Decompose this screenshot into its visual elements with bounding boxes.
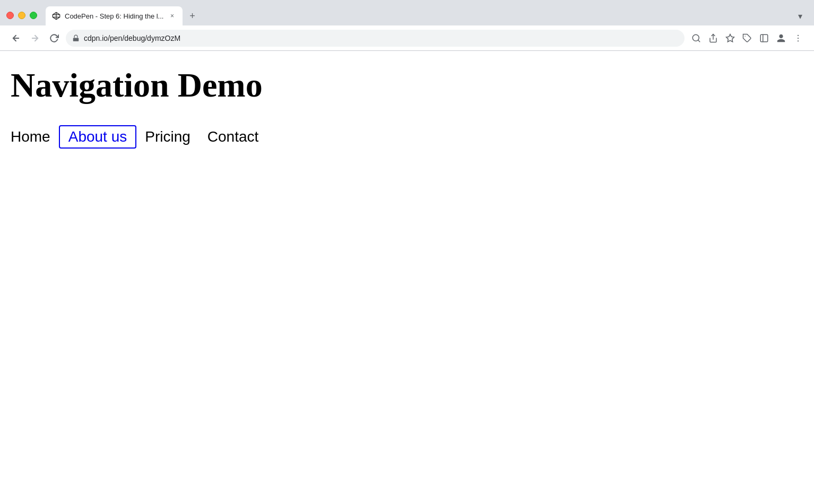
nav-list: Home About us Pricing Contact xyxy=(11,125,803,149)
share-button[interactable] xyxy=(706,31,721,46)
page-title: Navigation Demo xyxy=(11,67,803,104)
url-text: cdpn.io/pen/debug/dymzOzM xyxy=(84,34,678,42)
nav-item-contact[interactable]: Contact xyxy=(199,126,267,147)
sidebar-button[interactable] xyxy=(757,31,772,46)
browser-chrome: CodePen - Step 6: Hiding the l... × + ▾ xyxy=(0,0,814,51)
active-tab[interactable]: CodePen - Step 6: Hiding the l... × xyxy=(46,6,183,25)
svg-point-11 xyxy=(798,34,799,36)
account-button[interactable] xyxy=(774,31,789,46)
forward-button[interactable] xyxy=(28,31,42,46)
svg-rect-9 xyxy=(760,34,768,42)
nav-item-pricing[interactable]: Pricing xyxy=(136,126,199,147)
lock-icon xyxy=(72,34,80,42)
svg-point-13 xyxy=(798,40,799,41)
back-button[interactable] xyxy=(8,31,23,46)
page-content: Navigation Demo Home About us Pricing Co… xyxy=(0,51,814,504)
svg-point-12 xyxy=(798,37,799,38)
nav-item-home[interactable]: Home xyxy=(11,126,59,147)
menu-button[interactable] xyxy=(791,31,806,46)
tab-close-button[interactable]: × xyxy=(168,12,176,20)
navigation-menu: Home About us Pricing Contact xyxy=(11,125,803,149)
maximize-window-button[interactable] xyxy=(30,12,37,19)
extensions-button[interactable] xyxy=(740,31,755,46)
svg-marker-7 xyxy=(726,34,734,41)
tab-bar-right: ▾ xyxy=(793,8,808,23)
codepen-icon xyxy=(52,12,60,20)
close-window-button[interactable] xyxy=(6,12,14,19)
new-tab-button[interactable]: + xyxy=(185,8,200,23)
toolbar-right xyxy=(689,31,806,46)
address-bar: cdpn.io/pen/debug/dymzOzM xyxy=(0,25,814,51)
svg-line-5 xyxy=(698,40,699,41)
url-bar[interactable]: cdpn.io/pen/debug/dymzOzM xyxy=(66,30,685,47)
nav-item-about[interactable]: About us xyxy=(59,125,137,149)
title-bar: CodePen - Step 6: Hiding the l... × + ▾ xyxy=(0,0,814,25)
bookmark-button[interactable] xyxy=(723,31,738,46)
minimize-window-button[interactable] xyxy=(18,12,25,19)
search-page-button[interactable] xyxy=(689,31,704,46)
tab-title: CodePen - Step 6: Hiding the l... xyxy=(65,12,163,20)
tab-bar: CodePen - Step 6: Hiding the l... × + ▾ xyxy=(46,5,808,25)
tab-list-button[interactable]: ▾ xyxy=(793,8,808,23)
traffic-lights xyxy=(6,12,37,19)
reload-button[interactable] xyxy=(47,31,62,46)
